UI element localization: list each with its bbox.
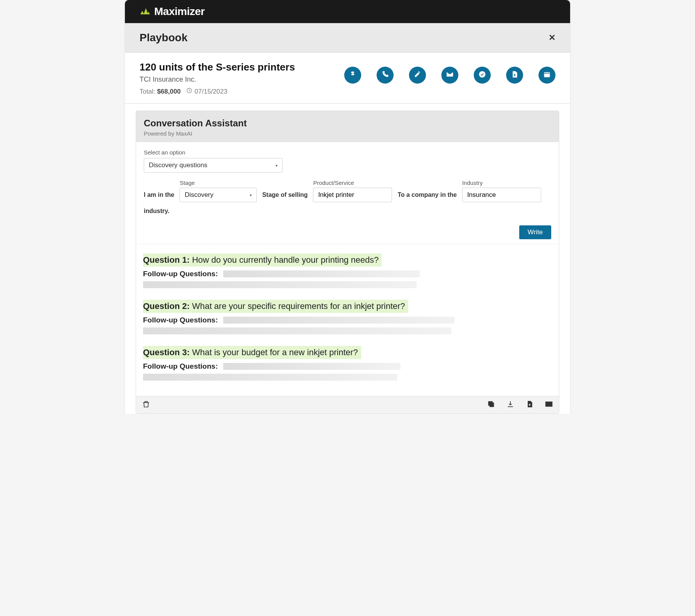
svg-point-1 <box>479 71 486 78</box>
file-plus-icon <box>526 403 533 409</box>
placeholder-bar <box>143 281 417 288</box>
svg-rect-4 <box>488 401 492 405</box>
followup-label: Follow-up Questions: <box>143 316 218 324</box>
option-select[interactable]: Discovery questions ▾ <box>144 158 283 173</box>
industry-label: Industry <box>462 180 541 186</box>
placeholder-bar <box>223 270 420 277</box>
question-block: Question 3: What is your budget for a ne… <box>143 346 552 381</box>
question-text: What is your budget for a new inkjet pri… <box>192 347 358 357</box>
question-number: Question 1: <box>143 255 190 265</box>
maximizer-logo-icon <box>140 5 150 18</box>
questions-area: Question 1: How do you currently handle … <box>136 244 559 396</box>
edit-icon <box>414 70 421 80</box>
brand-name: Maximizer <box>154 5 205 18</box>
clock-icon <box>186 87 192 96</box>
write-button[interactable]: Write <box>519 225 551 239</box>
app-window: Maximizer Playbook ✕ 120 units of the S-… <box>125 0 570 414</box>
placeholder-bar <box>223 363 401 370</box>
deal-meta: Total: $68,000 07/15/2023 <box>140 87 295 96</box>
phone-icon <box>381 70 389 80</box>
add-file-button[interactable] <box>526 400 533 410</box>
download-icon <box>507 403 514 409</box>
svg-rect-2 <box>544 72 550 77</box>
conversation-assistant-panel: Conversation Assistant Powered by MaxAI … <box>136 111 559 414</box>
file-plus-icon <box>511 70 518 80</box>
close-icon: ✕ <box>549 33 555 42</box>
deal-date: 07/15/2023 <box>195 88 227 96</box>
playbook-header: Playbook ✕ <box>125 23 570 53</box>
deal-company: TCI Insurance Inc. <box>140 76 295 84</box>
stage-value: Discovery <box>185 191 214 199</box>
delete-button[interactable] <box>142 400 150 410</box>
question-block: Question 1: How do you currently handle … <box>143 253 552 288</box>
product-input[interactable] <box>313 188 392 202</box>
copy-icon <box>487 403 495 409</box>
placeholder-bar <box>223 317 454 324</box>
panel-footer <box>136 396 559 413</box>
followup-label: Follow-up Questions: <box>143 270 218 278</box>
caret-down-icon: ▾ <box>250 193 252 197</box>
page-title: Playbook <box>140 32 187 44</box>
send-email-button[interactable] <box>545 400 553 410</box>
check-circle-icon <box>478 70 486 80</box>
question-text: How do you currently handle your printin… <box>192 255 379 265</box>
copy-button[interactable] <box>487 400 495 410</box>
sentence-mid2: To a company in the <box>397 191 457 202</box>
panel-subtitle: Powered by MaxAI <box>144 130 551 137</box>
placeholder-bar <box>143 327 451 334</box>
schedule-button[interactable] <box>538 67 555 84</box>
money-button[interactable] <box>344 67 361 84</box>
deal-summary-row: 120 units of the S-series printers TCI I… <box>125 53 570 104</box>
add-document-button[interactable] <box>506 67 523 84</box>
dollar-icon <box>349 70 357 80</box>
download-button[interactable] <box>507 400 514 410</box>
call-button[interactable] <box>377 67 394 84</box>
sentence-prefix: I am in the <box>144 191 174 202</box>
question-text: What are your specific requirements for … <box>192 301 405 311</box>
edit-button[interactable] <box>409 67 426 84</box>
sentence-row: I am in the Stage Discovery ▾ Stage of s… <box>144 180 551 218</box>
deal-title: 120 units of the S-series printers <box>140 61 295 73</box>
total-label: Total: <box>140 88 155 95</box>
close-button[interactable]: ✕ <box>549 33 555 43</box>
approve-button[interactable] <box>474 67 491 84</box>
calendar-icon <box>543 70 551 80</box>
brand-bar: Maximizer <box>125 0 570 23</box>
industry-input[interactable] <box>462 188 541 202</box>
option-label: Select an option <box>144 149 551 156</box>
stage-label: Stage <box>180 180 257 186</box>
envelope-icon <box>446 70 454 80</box>
placeholder-bar <box>143 374 397 381</box>
total-amount: $68,000 <box>157 88 180 95</box>
stage-select[interactable]: Discovery ▾ <box>180 188 257 202</box>
option-value: Discovery questions <box>149 161 207 169</box>
deal-action-icons <box>344 61 555 84</box>
envelope-icon <box>545 403 553 409</box>
trash-icon <box>142 403 150 409</box>
brand-logo: Maximizer <box>140 5 205 18</box>
sentence-mid1: Stage of selling <box>262 191 308 202</box>
question-number: Question 3: <box>143 347 190 357</box>
sentence-suffix: industry. <box>144 208 169 218</box>
panel-title: Conversation Assistant <box>144 118 551 129</box>
email-button[interactable] <box>441 67 458 84</box>
product-label: Product/Service <box>313 180 392 186</box>
question-number: Question 2: <box>143 301 190 311</box>
caret-down-icon: ▾ <box>276 163 278 168</box>
followup-label: Follow-up Questions: <box>143 362 218 371</box>
question-block: Question 2: What are your specific requi… <box>143 300 552 334</box>
